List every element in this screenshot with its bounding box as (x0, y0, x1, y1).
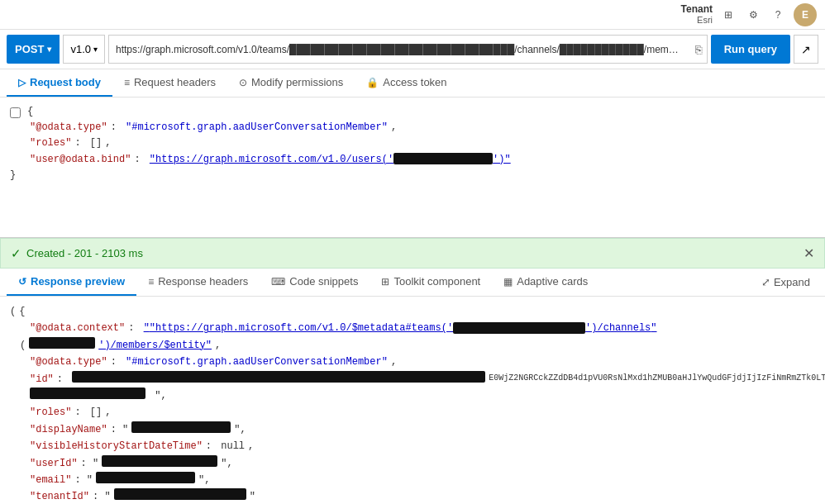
help-icon[interactable]: ? (769, 6, 787, 24)
copy-url-icon[interactable]: ⎘ (695, 43, 702, 56)
tenant-info: Tenant Esri (681, 3, 713, 26)
request-tabs: ▷ Request body ≡ Request headers ⊙ Modif… (0, 69, 825, 97)
redacted-user-id (393, 153, 493, 164)
user-odata-bind-val[interactable]: "https://graph.microsoft.com/v1.0/users(… (150, 152, 511, 168)
adaptive-cards-icon: ▦ (503, 276, 513, 288)
status-text: ✓ Created - 201 - 2103 ms (11, 246, 143, 261)
status-label: Created - 201 - 2103 ms (26, 247, 143, 259)
top-bar: Tenant Esri ⊞ ⚙ ? E (0, 0, 825, 30)
tab-response-preview[interactable]: ↺ Response preview (7, 269, 136, 296)
version-button[interactable]: v1.0 ▾ (63, 35, 105, 64)
method-chevron-icon: ▾ (47, 45, 51, 54)
tab-response-headers[interactable]: ≡ Response headers (136, 269, 260, 296)
resp-line2-val[interactable]: ')/members/$entity" (98, 337, 212, 354)
redacted-line3 (30, 388, 145, 399)
resp-context-key: "@odata.context" (30, 320, 125, 336)
status-check-icon: ✓ (11, 246, 21, 261)
settings-icon[interactable]: ⚙ (744, 6, 762, 24)
roles-val: [] (90, 136, 102, 151)
resp-email-key: "email" (30, 472, 71, 488)
tab-toolkit-component[interactable]: ⊞ Toolkit component (370, 269, 492, 296)
redacted-tenantid (114, 488, 246, 500)
resp-tenantid-key: "tenantId" (30, 488, 89, 504)
redacted-teams-id (453, 322, 585, 334)
version-chevron-icon: ▾ (93, 45, 98, 54)
response-body-panel: ( { "@odata.context" : ""https://graph.m… (0, 297, 825, 504)
resp-displayname-key: "displayName" (30, 421, 107, 438)
redacted-userid (102, 455, 217, 467)
roles-key: "roles" (30, 136, 71, 151)
tab-adaptive-cards[interactable]: ▦ Adaptive cards (492, 269, 599, 296)
resp-roles-val: [] (90, 404, 102, 421)
expand-button[interactable]: ⤢ Expand (753, 271, 818, 293)
permissions-icon: ⊙ (239, 77, 247, 88)
odata-type-val: "#microsoft.graph.aadUserConversationMem… (126, 120, 388, 136)
token-icon: 🔒 (366, 77, 379, 88)
resp-type-key: "@odata.type" (30, 354, 107, 370)
response-preview-icon: ↺ (18, 276, 26, 288)
response-tabs-left: ↺ Response preview ≡ Response headers ⌨ … (7, 269, 599, 296)
resp-context-val[interactable]: ""https://graph.microsoft.com/v1.0/$meta… (144, 320, 657, 336)
tab-access-token[interactable]: 🔒 Access token (355, 69, 458, 97)
status-close-button[interactable]: ✕ (804, 245, 814, 261)
request-body-panel: { "@odata.type" : "#microsoft.graph.aadU… (0, 97, 825, 238)
redacted-displayname (131, 421, 231, 433)
expand-icon: ⤢ (761, 276, 770, 288)
url-input[interactable]: https://graph.microsoft.com/v1.0/teams/█… (108, 35, 708, 64)
odata-type-key: "@odata.type" (30, 120, 107, 136)
status-bar: ✓ Created - 201 - 2103 ms ✕ (0, 238, 825, 269)
user-info: Tenant Esri ⊞ ⚙ ? E (681, 3, 817, 26)
resp-id-key: "id" (30, 371, 54, 388)
resp-visible-history-key: "visibleHistoryStartDateTime" (30, 438, 203, 454)
toolkit-icon: ⊞ (381, 276, 389, 288)
tenant-name: Tenant (681, 3, 713, 15)
grid-icon[interactable]: ⊞ (719, 6, 737, 24)
response-headers-icon: ≡ (148, 276, 154, 288)
tenant-sub: Esri (681, 15, 713, 26)
avatar[interactable]: E (794, 3, 817, 26)
user-odata-bind-key: "user@odata.bind" (30, 152, 131, 168)
redacted-email (96, 472, 195, 483)
redacted-line2 (29, 337, 95, 349)
resp-userid-key: "userId" (30, 455, 78, 472)
tab-code-snippets[interactable]: ⌨ Code snippets (260, 269, 370, 296)
run-query-button[interactable]: Run query (711, 35, 790, 64)
url-bar: POST ▾ v1.0 ▾ https://graph.microsoft.co… (0, 30, 825, 69)
resp-type-val: "#microsoft.graph.aadUserConversationMem… (126, 354, 388, 370)
response-tabs: ↺ Response preview ≡ Response headers ⌨ … (0, 269, 825, 297)
code-snippets-icon: ⌨ (271, 276, 285, 288)
share-button[interactable]: ↗ (794, 35, 818, 64)
resp-visible-history-val: null (221, 438, 245, 454)
request-headers-icon: ≡ (124, 77, 130, 88)
resp-roles-key: "roles" (30, 404, 71, 421)
url-text: https://graph.microsoft.com/v1.0/teams/█… (116, 44, 682, 55)
tab-request-body[interactable]: ▷ Request body (7, 69, 112, 97)
method-button[interactable]: POST ▾ (7, 35, 60, 64)
redacted-id-val (72, 371, 485, 383)
body-checkbox[interactable] (10, 106, 21, 120)
tab-modify-permissions[interactable]: ⊙ Modify permissions (227, 69, 355, 97)
request-body-icon: ▷ (18, 77, 26, 88)
tab-request-headers[interactable]: ≡ Request headers (112, 69, 227, 97)
